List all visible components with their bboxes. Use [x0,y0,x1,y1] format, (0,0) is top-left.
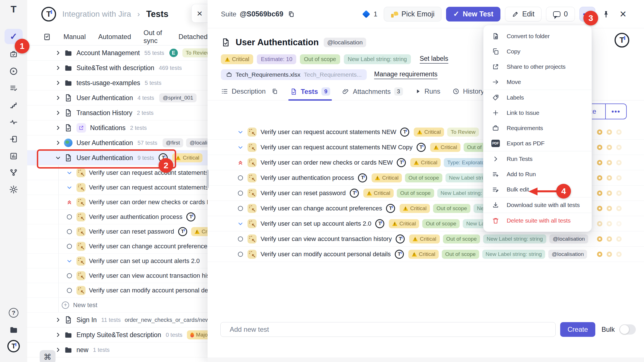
pull-requests-icon[interactable] [7,132,20,146]
filter-checklist-icon[interactable] [43,33,51,41]
tab-runs[interactable]: Runs [415,87,440,100]
tree-test-row[interactable]: Verify user can change account preferenc… [27,239,208,254]
milestones-icon[interactable] [7,98,20,112]
tree-row-folder[interactable]: tests-usage-examples 5 tests [27,76,208,90]
menu-item-link-to-issue[interactable]: Link to Issue [483,105,592,120]
new-test-button[interactable]: ✓ New Test [446,7,500,21]
tree-test-row[interactable]: Verify user can order new checks or card… [27,195,208,210]
filter-out-of-sync[interactable]: Out of sync [144,29,166,45]
tree-row-suite[interactable]: User Authentication 4 tests @sprint_001 [27,90,208,105]
tree-row-folder[interactable]: Account Management 55 tests E To Review [27,46,208,61]
tab-history[interactable]: History [452,87,484,100]
add-new-test-input[interactable] [220,322,556,337]
chevron-right-icon[interactable] [53,125,63,131]
new-test-row[interactable]: + New test [27,298,208,313]
checklist-icon[interactable] [7,81,20,95]
chevron-right-icon[interactable] [53,95,63,101]
tree-row-folder[interactable]: Suite&Test with description 469 tests [27,61,208,76]
tree-test-row[interactable]: Verify user can set up account alerts 2.… [27,254,208,268]
set-labels-link[interactable]: Set labels [420,55,448,64]
copy-suite-id-icon[interactable] [285,8,297,20]
testomat-badge-icon: T [417,143,426,152]
tree-test-row[interactable]: Verify user authentication process T [27,210,208,224]
analytics-icon[interactable] [7,149,20,163]
brand-logo-icon[interactable]: T [7,339,20,353]
filter-manual[interactable]: Manual [63,33,86,41]
chevron-right-icon[interactable] [53,80,63,86]
tag-badge: @first [163,138,184,147]
tree-row-suite[interactable]: User Authentication 57 tests @first @loc… [27,135,208,150]
manage-requirements-link[interactable]: Manage requirements [374,70,438,79]
test-row[interactable]: Verify user can view account transaction… [208,231,644,247]
tree-test-row[interactable]: Verify user can modify account personal … [27,283,208,298]
menu-item-download-suite[interactable]: Download suite with all tests [483,197,592,213]
tree-test-row[interactable]: Verify user can reset password T Critica… [27,224,208,239]
bulk-toggle[interactable] [619,324,636,335]
chevron-down-icon[interactable] [64,258,75,264]
test-type-icon [248,143,257,152]
help-icon[interactable]: ? [7,306,20,320]
summarize-more-icon[interactable]: ••• [606,107,626,115]
menu-item-bulk-edit[interactable]: Bulk edit [483,182,592,197]
chevron-down-icon[interactable] [64,170,75,176]
chevron-down-icon[interactable] [235,221,246,227]
menu-item-convert-to-folder[interactable]: Convert to folder [483,29,592,44]
scrollbar-thumb[interactable] [206,170,209,188]
close-panel-button[interactable]: × [617,8,629,20]
comments-button[interactable]: 0 [546,7,575,21]
plus-circle-icon[interactable]: + [62,301,69,309]
tab-attachments[interactable]: Attachments 3 [342,87,403,100]
edit-button[interactable]: Edit [505,7,541,21]
tree-test-row[interactable]: Verify user can view account transaction… [27,268,208,283]
chevron-right-icon[interactable] [53,50,63,56]
pin-icon[interactable] [600,8,612,20]
priority-high-icon [64,199,75,205]
settings-gear-icon[interactable] [7,183,20,196]
tree-test-row[interactable]: Verify user can request account statemen… [27,180,208,195]
menu-item-requirements[interactable]: Requirements [483,120,592,136]
tab-description[interactable]: Description [221,87,278,100]
chevron-down-icon[interactable] [64,185,75,190]
command-key-icon[interactable]: ⌘ [40,350,56,362]
menu-item-export-pdf[interactable]: PDF Export as PDF [483,136,592,151]
chevron-right-icon[interactable] [53,317,63,323]
filter-detached[interactable]: Detached [178,33,208,41]
chevron-right-icon[interactable] [53,332,63,338]
priority-dots [597,236,622,242]
pick-emoji-button[interactable]: Pick Emoji [384,7,442,21]
breadcrumb-project[interactable]: Integration with Jira [62,10,131,19]
menu-item-copy[interactable]: Copy [483,44,592,59]
copy-icon[interactable] [271,88,278,95]
tree-row-folder[interactable]: Empty Suite&Test description 0 tests Maj… [27,327,208,342]
project-logo-icon[interactable]: T [41,7,56,21]
test-row[interactable]: Verify user can modify account personal … [208,247,644,262]
chevron-right-icon[interactable] [53,140,63,146]
chevron-right-icon[interactable] [53,65,63,71]
tree-row-suite[interactable]: Transaction History 2 tests [27,105,208,120]
pulse-icon[interactable] [7,115,20,129]
priority-dots [597,221,622,226]
tab-tests[interactable]: Tests 9 [290,87,330,100]
branches-icon[interactable] [7,166,20,179]
tree-row-suite[interactable]: Notifications 2 tests [27,120,208,135]
test-title: Verify user authentication process [261,174,354,182]
menu-item-share[interactable]: Share to other projects [483,59,592,74]
tree-row-suite[interactable]: Sign In 11 tests order_new_checks_or_car… [27,313,208,327]
create-button[interactable]: Create [560,322,595,337]
jira-icon[interactable] [362,10,370,18]
menu-item-move[interactable]: Move [483,74,592,90]
runs-icon[interactable] [7,64,20,78]
requirement-file-badge[interactable]: Tech_Requirements.xlsx Tech_Requirements… [221,69,367,80]
menu-item-labels[interactable]: Labels [483,90,592,105]
projects-folder-icon[interactable] [7,323,20,337]
chevron-down-icon[interactable] [235,129,246,135]
filter-automated[interactable]: Automated [98,33,131,41]
chevron-down-icon[interactable] [235,145,246,150]
warning-triangle-icon [417,130,422,134]
menu-item-add-to-run[interactable]: Add to Run [483,167,592,182]
testomat-badge-icon: T [178,227,187,236]
close-tree-button[interactable]: × [191,4,208,23]
menu-item-run-tests[interactable]: Run Tests [483,151,592,167]
menu-item-delete-suite[interactable]: Delete suite with all tests [483,213,592,228]
chevron-right-icon[interactable] [53,110,63,116]
